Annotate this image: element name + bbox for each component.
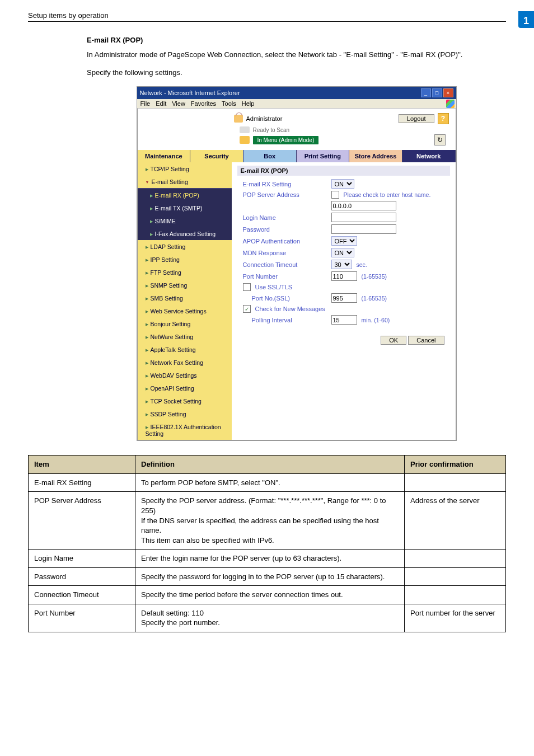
menu-edit[interactable]: Edit — [156, 100, 166, 107]
sidebar-item-tcpsock[interactable]: TCP Socket Setting — [138, 395, 232, 407]
help-icon[interactable]: ? — [438, 113, 449, 124]
cell-item: POP Server Address — [29, 492, 135, 550]
rx-select[interactable]: ON — [331, 179, 354, 189]
menu-view[interactable]: View — [172, 100, 185, 107]
sidebar: TCP/IP Setting E-mail Setting E-mail RX … — [138, 162, 232, 440]
th-prior: Prior confirmation — [405, 456, 506, 474]
status-text: Ready to Scan — [253, 127, 290, 133]
checknew-checkbox[interactable]: ✓ — [243, 305, 251, 313]
tab-network[interactable]: Network — [402, 150, 456, 162]
ie-logo-icon — [446, 100, 455, 108]
th-def: Definition — [135, 456, 405, 474]
rx-label: E-mail RX Setting — [243, 181, 327, 187]
admin-icon — [234, 115, 243, 123]
sidebar-item-emailrx[interactable]: E-mail RX (POP) — [138, 189, 232, 201]
cell-item: Port Number — [29, 604, 135, 632]
intro-p1: In Administrator mode of PageScope Web C… — [87, 50, 506, 60]
sidebar-item-smb[interactable]: SMB Setting — [138, 292, 232, 304]
hostname-checkbox[interactable] — [331, 191, 339, 199]
sidebar-item-openapi[interactable]: OpenAPI Setting — [138, 382, 232, 395]
sidebar-item-email[interactable]: E-mail Setting — [138, 175, 232, 188]
tab-box[interactable]: Box — [243, 150, 297, 162]
logout-button[interactable]: Logout — [399, 114, 434, 123]
menu-help[interactable]: Help — [242, 100, 255, 107]
login-label: Login Name — [243, 214, 327, 221]
sidebar-item-tcpip[interactable]: TCP/IP Setting — [138, 162, 232, 175]
table-row: Login NameEnter the login name for the P… — [29, 550, 506, 568]
sidebar-item-web[interactable]: Web Service Settings — [138, 304, 232, 317]
minimize-icon[interactable]: _ — [421, 88, 431, 97]
sidebar-item-ftp[interactable]: FTP Setting — [138, 266, 232, 279]
cancel-button[interactable]: Cancel — [408, 336, 444, 345]
sidebar-item-ifax[interactable]: I-Fax Advanced Setting — [138, 227, 232, 240]
sidebar-item-snmp[interactable]: SNMP Setting — [138, 279, 232, 292]
sidebar-item-netware[interactable]: NetWare Setting — [138, 330, 232, 343]
maximize-icon[interactable]: □ — [432, 88, 442, 97]
tab-maintenance[interactable]: Maintenance — [138, 150, 191, 162]
conn-select[interactable]: 30 — [331, 260, 352, 269]
cell-item: Password — [29, 567, 135, 586]
poll-label: Polling Interval — [252, 317, 327, 323]
table-row: POP Server AddressSpecify the POP server… — [29, 492, 506, 550]
port-input[interactable] — [331, 271, 357, 281]
sidebar-item-webdav[interactable]: WebDAV Settings — [138, 369, 232, 382]
conn-unit: sec. — [357, 261, 367, 268]
app-window: Network - Microsoft Internet Explorer _ … — [137, 86, 457, 441]
apop-select[interactable]: OFF — [331, 236, 357, 246]
pop-input[interactable] — [331, 201, 396, 210]
ok-button[interactable]: OK — [381, 336, 406, 345]
ssl-checkbox[interactable] — [243, 283, 251, 291]
intro-p2: Specify the following settings. — [87, 68, 506, 78]
login-input[interactable] — [331, 213, 396, 222]
mdn-select[interactable]: ON — [331, 248, 354, 257]
cell-item: Login Name — [29, 550, 135, 568]
tab-store[interactable]: Store Address — [349, 150, 402, 162]
cell-prior — [405, 586, 506, 604]
sidebar-item-ipp[interactable]: IPP Setting — [138, 253, 232, 266]
sidebar-item-emailtx[interactable]: E-mail TX (SMTP) — [138, 201, 232, 214]
table-row: Connection TimeoutSpecify the time perio… — [29, 586, 506, 604]
sidebar-item-ssdp[interactable]: SSDP Setting — [138, 407, 232, 420]
cell-def: Default setting: 110Specify the port num… — [135, 604, 405, 632]
port-range: (1-65535) — [362, 273, 387, 280]
ssl-label: Use SSL/TLS — [255, 284, 293, 290]
menu-tools[interactable]: Tools — [222, 100, 236, 107]
checknew-label: Check for New Messages — [255, 306, 325, 312]
sidebar-item-bonjour[interactable]: Bonjour Setting — [138, 317, 232, 330]
cell-item: Connection Timeout — [29, 586, 135, 604]
section-badge: 1 — [518, 11, 534, 28]
cell-def: Enter the login name for the POP server … — [135, 550, 405, 568]
cell-def: Specify the time period before the serve… — [135, 586, 405, 604]
definition-table: Item Definition Prior confirmation E-mai… — [28, 455, 506, 632]
window-title: Network - Microsoft Internet Explorer — [140, 90, 240, 96]
sslport-input[interactable] — [331, 293, 357, 303]
cell-def: To perform POP before SMTP, select "ON". — [135, 473, 405, 492]
sidebar-item-netfax[interactable]: Network Fax Setting — [138, 356, 232, 369]
password-input[interactable] — [331, 224, 396, 234]
sidebar-item-apple[interactable]: AppleTalk Setting — [138, 343, 232, 356]
breadcrumb: Setup items by operation — [28, 11, 109, 20]
cell-def: Specify the POP server address. (Format:… — [135, 492, 405, 550]
cell-prior: Port number for the server — [405, 604, 506, 632]
cell-prior — [405, 567, 506, 586]
pop-label: POP Server Address — [243, 191, 327, 198]
close-icon[interactable]: × — [443, 88, 453, 97]
page-title: E-mail RX (POP) — [87, 36, 506, 44]
mode-label: In Menu (Admin Mode) — [253, 136, 319, 144]
menu-favorites[interactable]: Favorites — [191, 100, 216, 107]
mdn-label: MDN Response — [243, 250, 327, 256]
tab-security[interactable]: Security — [190, 150, 243, 162]
poll-unit: min. (1-60) — [362, 317, 390, 323]
th-item: Item — [29, 456, 135, 474]
poll-input[interactable] — [331, 315, 357, 325]
table-row: PasswordSpecify the password for logging… — [29, 567, 506, 586]
sidebar-item-ldap[interactable]: LDAP Setting — [138, 240, 232, 253]
cell-item: E-mail RX Setting — [29, 473, 135, 492]
table-row: E-mail RX SettingTo perform POP before S… — [29, 473, 506, 492]
sidebar-item-smime[interactable]: S/MIME — [138, 214, 232, 227]
menu-file[interactable]: File — [140, 100, 151, 107]
refresh-icon[interactable]: ↻ — [434, 134, 446, 145]
sslport-range: (1-65535) — [362, 295, 387, 302]
sidebar-item-ieee[interactable]: IEEE802.1X Authentication Setting — [138, 420, 232, 440]
tab-print[interactable]: Print Setting — [297, 150, 350, 162]
